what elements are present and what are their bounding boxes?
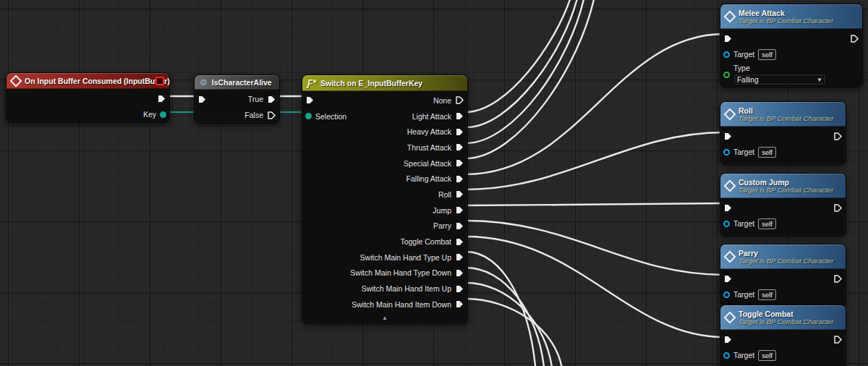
is-character-alive-pin-right-0-icon[interactable] xyxy=(267,95,276,104)
node-on-input-buffer-consumed[interactable]: On Input Buffer Consumed (InputBuffer)Ke… xyxy=(6,72,170,123)
switch-on-e-inputbufferkey-pin-right-1-icon[interactable] xyxy=(455,111,464,121)
wire-switch-main-hand-item-up-to-offscreen-bottom-3[interactable] xyxy=(466,283,553,366)
node-body: TargetselfTypeFalling▼ xyxy=(720,29,862,87)
node-title: Toggle Combat xyxy=(739,310,833,318)
pin-row: False xyxy=(195,107,279,123)
parry-target-value[interactable]: self xyxy=(758,289,776,300)
switch-on-e-inputbufferkey-pin-right-0-icon[interactable] xyxy=(455,95,464,105)
pin-label: Target xyxy=(733,351,754,359)
node-custom-jump[interactable]: Custom JumpTarget is BP Combat Character… xyxy=(720,173,846,237)
function-diamond-icon xyxy=(724,251,736,263)
parry-pin-left-1-icon[interactable] xyxy=(723,291,730,298)
node-roll[interactable]: RollTarget is BP Combat CharacterTargets… xyxy=(720,101,846,165)
pin-row: Key xyxy=(7,106,169,122)
is-character-alive-pin-right-1-icon[interactable] xyxy=(267,111,276,120)
melee-attack-pin-left-0-icon[interactable] xyxy=(723,34,733,43)
switch-icon: Ƒ* xyxy=(307,79,316,88)
collapse-pins-button[interactable]: ▲ xyxy=(302,314,467,323)
node-is-character-alive[interactable]: ⚙IsCharacterAliveTrueFalse xyxy=(194,75,280,124)
switch-on-e-inputbufferkey-pin-right-9-icon[interactable] xyxy=(455,237,464,247)
switch-on-e-inputbufferkey-pin-right-11-icon[interactable] xyxy=(455,268,464,278)
pin-row xyxy=(720,200,846,216)
roll-pin-left-0-icon[interactable] xyxy=(723,132,733,141)
wire-roll-to-roll-exec[interactable] xyxy=(466,132,724,190)
pin-label: Thrust Attack xyxy=(407,143,451,152)
melee-attack-pin-right-0-icon[interactable] xyxy=(850,34,859,43)
wire-switch-main-hand-item-down-to-offscreen-bottom-4[interactable] xyxy=(466,299,563,366)
is-character-alive-pin-left-0-icon[interactable] xyxy=(197,95,207,104)
blueprint-canvas[interactable]: On Input Buffer Consumed (InputBuffer)Ke… xyxy=(0,0,868,366)
switch-on-e-inputbufferkey-pin-right-5-icon[interactable] xyxy=(455,174,464,184)
custom-jump-target-value[interactable]: self xyxy=(758,218,776,229)
wire-falling-attack-to-melee-attack-exec[interactable] xyxy=(466,34,724,174)
pin-label: Target xyxy=(733,148,754,156)
node-body: TrueFalse xyxy=(195,90,279,123)
toggle-combat-pin-right-0-icon[interactable] xyxy=(833,335,843,344)
node-parry[interactable]: ParryTarget is BP Combat CharacterTarget… xyxy=(720,244,846,307)
node-body: Targetself xyxy=(720,198,846,236)
switch-on-e-inputbufferkey-pin-right-3-icon[interactable] xyxy=(455,142,464,152)
roll-target-value[interactable]: self xyxy=(758,147,776,158)
pin-row: Jump xyxy=(302,203,467,218)
node-header[interactable]: Ƒ*Switch on E_InputBufferKey xyxy=(302,75,467,91)
melee-attack-pin-left-1-icon[interactable] xyxy=(723,51,730,58)
chevron-down-icon: ▼ xyxy=(817,77,822,83)
switch-on-e-inputbufferkey-pin-right-7-icon[interactable] xyxy=(455,205,464,215)
parry-pin-right-0-icon[interactable] xyxy=(833,274,843,284)
dropdown-value: Falling xyxy=(737,76,817,84)
switch-on-e-inputbufferkey-pin-left-0-icon[interactable] xyxy=(305,95,315,105)
pin-label: Switch Main Hand Type Down xyxy=(350,268,451,277)
on-input-buffer-consumed-pin-right-1-icon[interactable] xyxy=(160,111,166,118)
node-subtitle: Target is BP Combat Character xyxy=(739,318,833,326)
pin-row: Switch Main Hand Item Down xyxy=(302,297,467,312)
on-input-buffer-consumed-pin-right-0-icon[interactable] xyxy=(157,94,166,103)
switch-on-e-inputbufferkey-pin-right-4-icon[interactable] xyxy=(455,158,464,168)
switch-on-e-inputbufferkey-pin-right-8-icon[interactable] xyxy=(455,221,464,231)
wire-light-attack-to-offscreen-top-1[interactable] xyxy=(466,0,572,112)
parry-pin-left-0-icon[interactable] xyxy=(723,274,733,284)
node-toggle-combat[interactable]: Toggle CombatTarget is BP Combat Charact… xyxy=(720,305,846,366)
node-switch-on-e-inputbufferkey[interactable]: Ƒ*Switch on E_InputBufferKeyNoneSelectio… xyxy=(302,75,468,324)
pin-row: True xyxy=(195,91,279,107)
node-header[interactable]: RollTarget is BP Combat Character xyxy=(720,102,846,127)
pin-label: False xyxy=(244,111,263,119)
switch-on-e-inputbufferkey-pin-right-13-icon[interactable] xyxy=(455,299,464,309)
pin-label: Falling Attack xyxy=(407,174,451,183)
node-header[interactable]: Toggle CombatTarget is BP Combat Charact… xyxy=(720,305,846,330)
roll-pin-left-1-icon[interactable] xyxy=(723,149,730,156)
pin-row: Targetself xyxy=(720,286,846,302)
pin-row: Targetself xyxy=(720,144,846,160)
node-header[interactable]: ParryTarget is BP Combat Character xyxy=(720,244,846,269)
custom-jump-pin-left-0-icon[interactable] xyxy=(723,203,733,213)
node-subtitle: Target is BP Combat Character xyxy=(739,258,833,265)
pin-label: None xyxy=(433,96,451,105)
melee-attack-target-value[interactable]: self xyxy=(758,49,776,60)
node-header[interactable]: ⚙IsCharacterAlive xyxy=(195,75,279,90)
toggle-combat-target-value[interactable]: self xyxy=(758,350,776,361)
wire-thrust-attack-to-offscreen-top-3[interactable] xyxy=(466,0,585,143)
wire-parry-to-parry-exec[interactable] xyxy=(466,221,724,275)
custom-jump-pin-left-1-icon[interactable] xyxy=(723,221,730,227)
roll-pin-right-0-icon[interactable] xyxy=(833,132,843,141)
pin-row: Special Attack xyxy=(302,156,467,171)
switch-on-e-inputbufferkey-pin-right-2-icon[interactable] xyxy=(455,127,464,137)
node-body: Targetself xyxy=(720,269,846,307)
toggle-combat-pin-left-1-icon[interactable] xyxy=(723,352,730,359)
melee-attack-type-pin-icon[interactable] xyxy=(723,72,730,78)
switch-on-e-inputbufferkey-pin-right-6-icon[interactable] xyxy=(455,190,464,199)
pin-label: Selection xyxy=(315,112,346,121)
node-header[interactable]: Custom JumpTarget is BP Combat Character xyxy=(720,174,846,198)
custom-jump-pin-right-0-icon[interactable] xyxy=(833,203,843,213)
wire-toggle-combat-to-toggle-combat-exec[interactable] xyxy=(466,237,724,337)
switch-on-e-inputbufferkey-pin-right-10-icon[interactable] xyxy=(455,252,464,262)
toggle-combat-pin-left-0-icon[interactable] xyxy=(723,335,733,344)
wire-jump-to-custom-jump-exec[interactable] xyxy=(466,203,724,205)
node-melee-attack[interactable]: Melee AttackTarget is BP Combat Characte… xyxy=(720,4,863,88)
switch-on-e-inputbufferkey-pin-right-12-icon[interactable] xyxy=(455,284,464,294)
pin-row: SelectionLight Attack xyxy=(302,108,467,124)
pin-label: Heavy Attack xyxy=(407,127,451,136)
node-header[interactable]: On Input Buffer Consumed (InputBuffer) xyxy=(7,73,169,89)
node-header[interactable]: Melee AttackTarget is BP Combat Characte… xyxy=(720,4,862,29)
switch-on-e-inputbufferkey-pin-left-1-icon[interactable] xyxy=(305,113,312,119)
melee-attack-type-dropdown[interactable]: Falling▼ xyxy=(733,74,826,85)
